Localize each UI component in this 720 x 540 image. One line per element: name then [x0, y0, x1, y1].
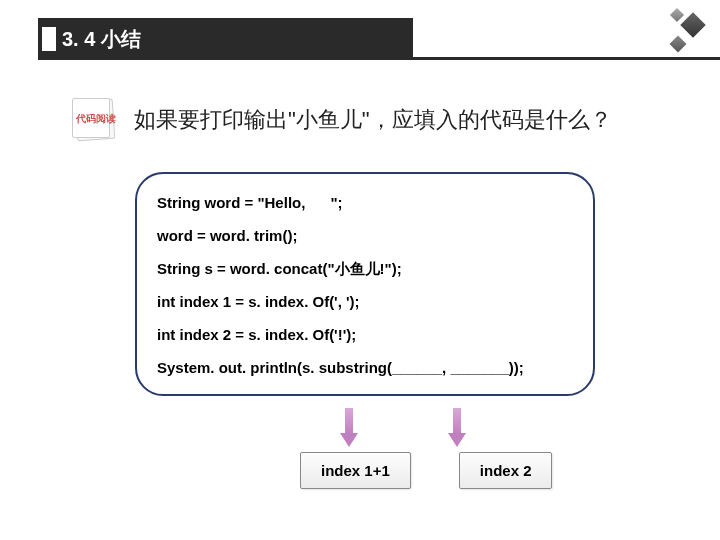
corner-decoration	[654, 8, 714, 68]
code-line-1: String word = "Hello, ";	[157, 192, 573, 213]
arrow-down-icon	[340, 408, 358, 448]
answer-row: index 1+1 index 2	[300, 452, 720, 489]
code-line-6: System. out. println(s. substring(______…	[157, 357, 573, 378]
header-dark-bar: 3. 4 小结	[38, 18, 413, 60]
code-line-3: String s = word. concat("小鱼儿!");	[157, 258, 573, 279]
question-row: 代码阅读 如果要打印输出"小鱼儿"，应填入的代码是什么？	[70, 98, 720, 142]
question-text: 如果要打印输出"小鱼儿"，应填入的代码是什么？	[134, 105, 612, 135]
header-accent-block	[42, 27, 56, 51]
badge-label: 代码阅读	[76, 112, 116, 126]
code-line-2: word = word. trim();	[157, 225, 573, 246]
code-line-5: int index 2 = s. index. Of('!');	[157, 324, 573, 345]
code-line-4: int index 1 = s. index. Of(', ');	[157, 291, 573, 312]
header-title: 3. 4 小结	[62, 26, 141, 53]
code-box: String word = "Hello, "; word = word. tr…	[135, 172, 595, 396]
code-reading-badge: 代码阅读	[70, 98, 120, 142]
arrow-row	[340, 408, 720, 448]
slide-header: 3. 4 小结	[38, 18, 720, 60]
arrow-down-icon	[448, 408, 466, 448]
answer-box-1: index 1+1	[300, 452, 411, 489]
answer-box-2: index 2	[459, 452, 553, 489]
